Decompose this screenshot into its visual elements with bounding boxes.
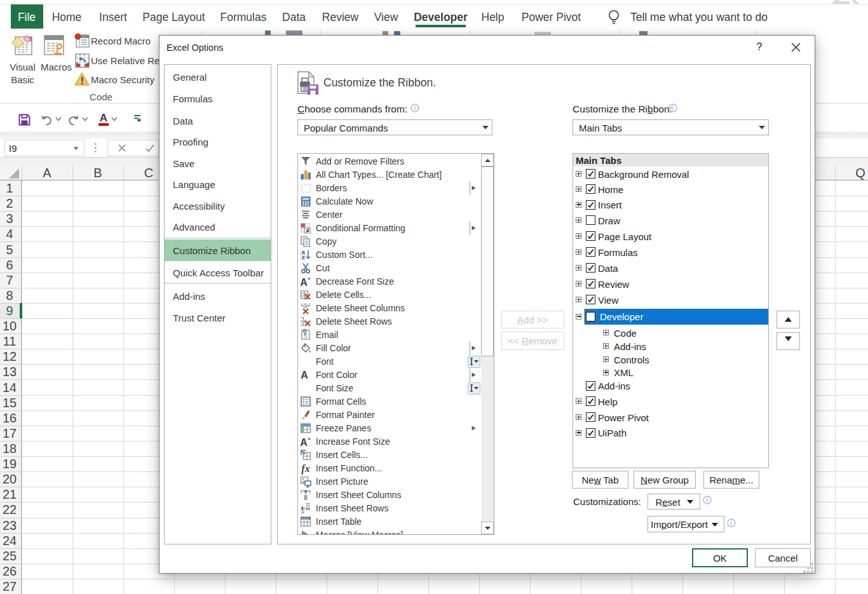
svg-text:A: A — [301, 370, 308, 381]
svg-text:A: A — [300, 437, 308, 448]
svg-text:Z: Z — [302, 255, 305, 260]
svg-text:A: A — [300, 277, 308, 288]
svg-text:fx: fx — [301, 463, 309, 475]
